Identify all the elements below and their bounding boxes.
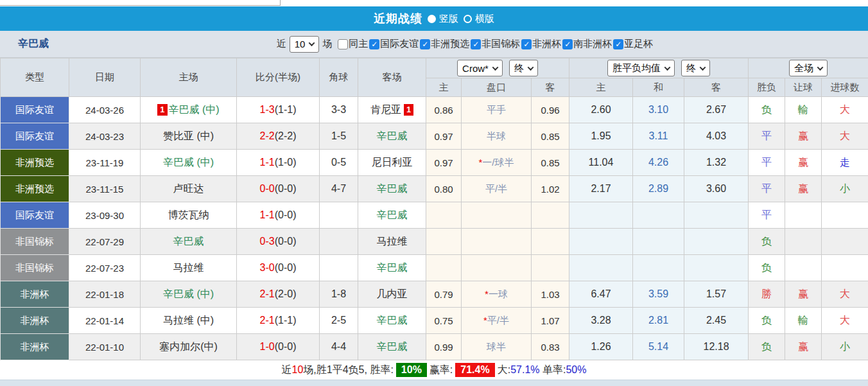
avg-away-cell: [684, 229, 749, 255]
handicap-result-cell: 赢: [785, 176, 822, 202]
cropped-element-remnant: [0, 0, 281, 6]
handicap-result-cell: 輸: [785, 97, 822, 123]
summary-prefix: 近: [282, 364, 292, 377]
checkbox-checked-icon[interactable]: ✓: [420, 39, 430, 49]
avg-away-cell: 1.57: [684, 281, 749, 308]
competition-label: 亚足杯: [624, 38, 653, 50]
competition-filter-1[interactable]: ✓非洲预选: [420, 38, 469, 50]
odds-away-cell: 0.83: [532, 334, 569, 360]
radio-checked-icon[interactable]: [428, 15, 436, 23]
avg-home-cell: 3.28: [569, 308, 633, 334]
goals-result-value: 大: [840, 104, 850, 115]
home-team-name: 博茨瓦纳: [168, 209, 209, 220]
sub-header-3: 主: [569, 78, 633, 97]
home-team-cell: 辛巴威 (中): [141, 281, 237, 308]
avg-away-cell: [684, 255, 749, 281]
checkbox-checked-icon[interactable]: ✓: [613, 39, 623, 49]
home-team-name: 辛巴威 (中): [169, 104, 220, 115]
corner-cell: [320, 202, 358, 229]
radio-vertical-label[interactable]: 竖版: [439, 13, 458, 25]
home-team-cell: 辛巴威: [141, 229, 237, 255]
away-team-name: 辛巴威: [377, 262, 408, 273]
away-team-cell: 肯尼亚1: [358, 97, 426, 123]
sub-header-1: 盘口: [462, 78, 532, 97]
result-value: 负: [761, 104, 772, 115]
radio-horizontal-label[interactable]: 横版: [475, 13, 494, 25]
handicap-cell: [462, 202, 532, 229]
company-select[interactable]: Crow*: [457, 60, 503, 76]
recent-suffix-label: 场: [322, 38, 332, 50]
match-row: 国际友谊24-03-261辛巴威 (中)1-3(1-1)3-3肯尼亚10.86平…: [1, 97, 868, 123]
fulltime-score: 2-1: [260, 288, 275, 299]
competition-filter-4[interactable]: ✓南非洲杯: [562, 38, 612, 50]
avg-select[interactable]: 胜平负均值: [607, 60, 675, 76]
competition-filters: ✓国际友谊✓非洲预选✓非国锦标✓非洲杯✓南非洲杯✓亚足杯: [368, 38, 653, 51]
company-time-select[interactable]: 终: [509, 60, 538, 76]
goals-result-value: 大: [840, 315, 850, 326]
date-cell: 22-01-10: [69, 334, 141, 360]
scope-select-value: 全场: [794, 62, 813, 75]
avg-draw-value: 3.10: [648, 104, 668, 115]
corner-cell: [320, 229, 358, 255]
checkbox-checked-icon[interactable]: ✓: [521, 39, 532, 49]
result-cell: 平: [749, 123, 785, 150]
goals-result-cell: 大: [822, 308, 868, 334]
recent-count-select[interactable]: 10: [290, 36, 320, 53]
home-team-name: 辛巴威 (中): [163, 288, 214, 299]
score-cell: 0-0(0-0): [237, 176, 320, 202]
checkbox-checked-icon[interactable]: ✓: [471, 39, 481, 49]
match-row: 非国锦标22-07-23马拉维3-0(0-0)辛巴威负: [1, 255, 868, 281]
avg-draw-cell: 2.81: [633, 308, 684, 334]
competition-filter-5[interactable]: ✓亚足杯: [613, 38, 653, 50]
scope-select[interactable]: 全场: [789, 60, 828, 76]
result-cell: 平: [749, 150, 785, 176]
handicap-value: 平/半: [485, 183, 507, 194]
result-cell: 勝: [749, 281, 785, 308]
single-label: 单率:: [542, 364, 566, 377]
type-cell: 非洲杯: [1, 281, 69, 308]
radio-unchecked-icon[interactable]: [464, 15, 472, 23]
same-home-checkbox[interactable]: [338, 39, 348, 49]
fulltime-score: 0-0: [260, 183, 275, 194]
handicap-result-cell: 輸: [785, 308, 822, 334]
score-cell: 1-0(0-0): [237, 334, 320, 360]
checkbox-checked-icon[interactable]: ✓: [369, 39, 379, 49]
checkbox-checked-icon[interactable]: ✓: [562, 39, 573, 49]
competition-filter-2[interactable]: ✓非国锦标: [471, 38, 520, 50]
away-team-cell: 辛巴威: [358, 202, 426, 229]
goals-result-cell: 大: [822, 123, 868, 150]
away-team-name: 肯尼亚: [370, 104, 401, 115]
competition-filter-0[interactable]: ✓国际友谊: [369, 38, 419, 50]
avg-away-cell: 3.60: [684, 176, 749, 202]
rank-badge[interactable]: 1: [157, 104, 167, 116]
date-cell: 22-07-23: [69, 255, 141, 281]
type-cell: 国际友谊: [1, 97, 69, 123]
layout-vertical-option[interactable]: 竖版: [428, 13, 458, 25]
handicap-result-cell: [785, 229, 822, 255]
layout-horizontal-option[interactable]: 横版: [464, 13, 494, 25]
handicap-result-value: 赢: [798, 341, 808, 352]
avg-draw-value: 3.59: [648, 288, 668, 299]
odds-away-cell: 1.07: [532, 308, 569, 334]
handicap-value: 一/球半: [482, 157, 514, 168]
sub-header-0: 主: [426, 78, 462, 97]
odds-home-cell: [426, 255, 462, 281]
competition-label: 南非洲杯: [573, 38, 612, 50]
chevron-down-icon: [700, 64, 706, 71]
away-team-cell: 尼日利亚: [358, 150, 426, 176]
handicap-result-value: 赢: [798, 157, 808, 168]
away-team-cell: 辛巴威: [358, 334, 426, 360]
handicap-result-cell: 赢: [785, 334, 822, 360]
rank-badge[interactable]: 1: [404, 104, 413, 116]
result-cell: 负: [749, 229, 785, 255]
match-row: 非洲杯22-01-18辛巴威 (中)2-1(2-0)1-8几内亚0.79*一球1…: [1, 281, 868, 308]
avg-time-select[interactable]: 终: [681, 60, 710, 76]
handicap-result-value: 赢: [798, 183, 808, 194]
match-row: 国际友谊24-03-23赞比亚 (中)2-2(2-2)1-5辛巴威0.97半球0…: [1, 123, 868, 150]
away-team-name: 马拉维: [377, 236, 408, 247]
competition-label: 非洲杯: [532, 38, 561, 50]
result-value: 勝: [761, 288, 772, 299]
competition-filter-3[interactable]: ✓非洲杯: [521, 38, 561, 50]
result-cell: 平: [749, 176, 785, 202]
type-cell: 非洲杯: [1, 308, 69, 334]
